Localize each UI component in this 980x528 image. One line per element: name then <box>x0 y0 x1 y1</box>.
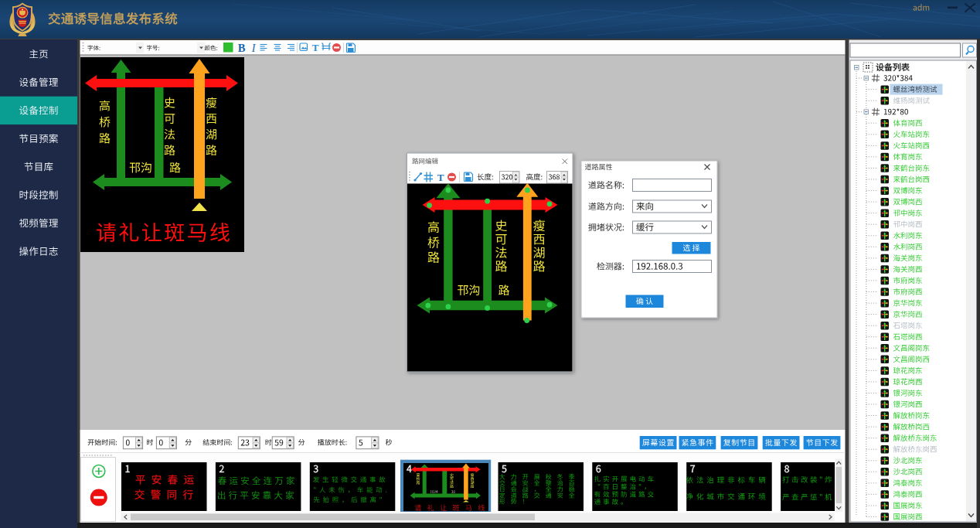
svg-text:B: B <box>238 42 246 54</box>
svg-text:T: T <box>437 172 444 183</box>
svg-text:T: T <box>312 42 319 53</box>
